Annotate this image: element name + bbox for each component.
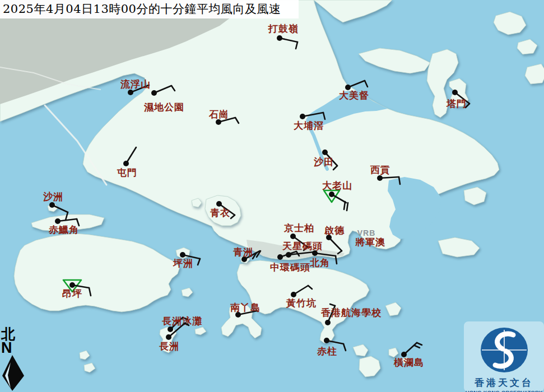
station-green-island: 青洲 xyxy=(233,246,261,263)
map-title: 2025年4月04日13時00分的十分鐘平均風向及風速 xyxy=(0,0,299,18)
station-sha-chau: 沙洲 xyxy=(43,191,68,221)
station-label: 屯門 xyxy=(117,167,137,178)
station-dot xyxy=(241,256,247,262)
station-tai-po-kau: 大埔滘 xyxy=(294,113,325,131)
wind-barb xyxy=(198,259,200,265)
station-label: 北角 xyxy=(309,257,330,268)
station-hk-sea-school: 香港航海學校 xyxy=(320,304,382,325)
station-shek-kong: 石崗 xyxy=(208,109,239,125)
wind-barb xyxy=(171,86,175,91)
wind-barb xyxy=(338,251,342,254)
station-label: 大美督 xyxy=(339,90,369,101)
wind-map: 打鼓嶺流浮山濕地公園石崗大美督塔門大埔滘沙田屯門西貢大老山沙洲赤鱲角青衣京士柏啟… xyxy=(0,0,544,392)
station-label: 京士柏 xyxy=(283,222,314,234)
station-label: 濕地公園 xyxy=(143,101,184,113)
compass-north: 北 N xyxy=(1,327,27,392)
wind-barb xyxy=(347,203,348,211)
hko-logo-chinese: 香港天文台 xyxy=(464,376,544,389)
station-label: 長洲 xyxy=(159,340,179,352)
station-label: 赤柱 xyxy=(317,346,337,357)
station-label: 青洲 xyxy=(233,246,253,258)
station-dot xyxy=(329,192,334,197)
station-label: 昂坪 xyxy=(62,288,82,299)
wind-barb xyxy=(296,42,297,49)
station-ta-kwu-ling: 打鼓嶺 xyxy=(268,23,299,49)
wind-barb xyxy=(399,177,400,184)
station-kai-tak: 啟德 xyxy=(324,225,345,254)
station-label: 南丫島 xyxy=(230,302,261,313)
station-dot xyxy=(291,292,296,297)
wind-barb xyxy=(336,256,337,264)
station-tates-cairn: 大老山 xyxy=(322,180,352,211)
wind-shaft xyxy=(380,177,399,178)
station-dot xyxy=(300,114,305,119)
station-dot xyxy=(49,202,55,208)
hko-logo-icon xyxy=(464,321,544,375)
station-lamma-island: 南丫島 xyxy=(230,302,261,318)
station-dot xyxy=(216,119,221,125)
station-dot xyxy=(123,161,129,166)
station-cheung-chau-beach: 長洲泳灘 xyxy=(162,315,202,333)
station-tsing-yi: 青衣 xyxy=(210,201,235,218)
station-dot xyxy=(322,150,328,155)
station-dot xyxy=(312,250,318,256)
station-tai-mei-tuk: 大美督 xyxy=(339,81,369,101)
station-waglan-island: 橫瀾島 xyxy=(393,343,424,368)
wind-shaft xyxy=(154,86,171,93)
wind-barb xyxy=(66,212,68,220)
compass-letter: N xyxy=(1,341,27,354)
station-dot xyxy=(277,254,283,260)
station-dot xyxy=(277,35,282,41)
station-label: 大老山 xyxy=(322,180,352,191)
wind-shaft xyxy=(315,253,336,256)
station-label: 青衣 xyxy=(210,207,230,218)
wind-barb xyxy=(343,344,346,351)
station-tseung-kwan-o: VRB將軍澳 xyxy=(355,228,385,248)
wind-barb xyxy=(330,304,335,306)
station-tuen-mun: 屯門 xyxy=(117,147,137,178)
station-dot xyxy=(326,235,332,240)
station-label: 沙田 xyxy=(313,156,334,167)
station-wetland-park: 濕地公園 xyxy=(143,86,184,113)
station-label: 塔門 xyxy=(446,98,467,109)
station-label: 赤鱲角 xyxy=(48,224,79,235)
station-dot xyxy=(168,326,173,332)
station-dot xyxy=(151,90,157,96)
station-dot xyxy=(55,218,61,224)
station-cheung-chau: 長洲 xyxy=(159,323,189,352)
station-lau-fau-shan: 流浮山 xyxy=(120,78,151,96)
station-dot xyxy=(69,282,75,288)
station-label: 橫瀾島 xyxy=(393,357,424,368)
wind-barb xyxy=(89,288,91,296)
wind-shaft xyxy=(58,219,77,221)
station-dot xyxy=(166,334,171,340)
wind-barb xyxy=(333,166,337,170)
station-ngong-ping: 昂坪 xyxy=(62,280,91,299)
station-dot xyxy=(216,201,222,207)
station-wong-chuk-hang: 黃竹坑 xyxy=(286,286,317,309)
station-tap-mun: 塔門 xyxy=(446,90,469,109)
station-sai-kung: 西貢 xyxy=(370,164,400,185)
station-sha-tin: 沙田 xyxy=(313,150,337,170)
station-label: 打鼓嶺 xyxy=(268,23,299,34)
wind-barb xyxy=(308,286,312,289)
station-label: 石崗 xyxy=(208,109,229,120)
wind-shaft xyxy=(303,113,323,116)
wind-barb xyxy=(365,81,368,87)
wind-barb xyxy=(323,113,325,119)
station-label: 將軍澳 xyxy=(355,236,385,248)
wind-barb xyxy=(417,343,422,345)
hko-logo-english: HONG KONG OBSERVATORY xyxy=(464,389,544,392)
wind-stations-layer: 打鼓嶺流浮山濕地公園石崗大美督塔門大埔滘沙田屯門西貢大老山沙洲赤鱲角青衣京士柏啟… xyxy=(0,0,544,392)
station-label: 西貢 xyxy=(370,164,390,175)
hko-logo: 香港天文台 HONG KONG OBSERVATORY xyxy=(464,321,544,392)
station-dot xyxy=(235,312,241,318)
wind-barb xyxy=(415,346,420,348)
wind-shaft xyxy=(126,147,136,164)
station-label: 啟德 xyxy=(324,225,345,236)
station-north-point: 北角 xyxy=(309,250,337,268)
station-dot xyxy=(180,252,185,258)
station-label: 沙洲 xyxy=(43,191,63,202)
station-stanley: 赤柱 xyxy=(317,338,346,357)
wind-barb xyxy=(231,215,235,218)
